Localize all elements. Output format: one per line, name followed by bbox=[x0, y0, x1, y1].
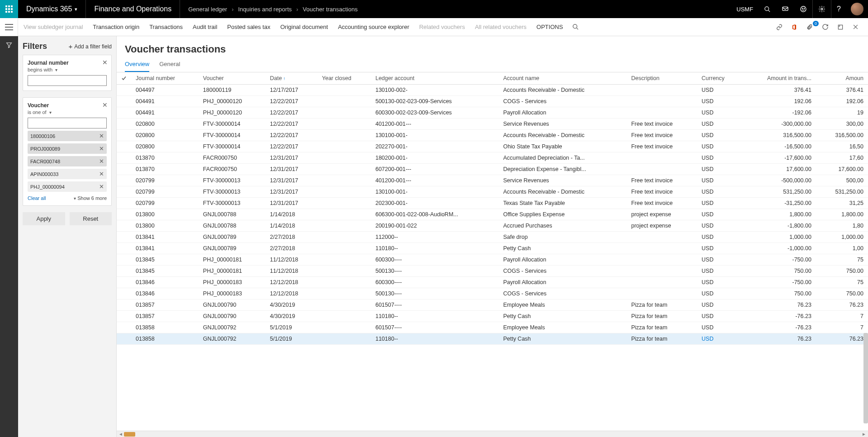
action-audit-trail[interactable]: Audit trail bbox=[193, 24, 217, 30]
apply-button[interactable]: Apply bbox=[23, 212, 65, 225]
filter-journal-input[interactable] bbox=[28, 75, 107, 86]
badge: 0 bbox=[813, 21, 819, 26]
column-header[interactable]: Amount in trans... bbox=[742, 72, 816, 85]
add-filter-button[interactable]: +Add a filter field bbox=[69, 43, 112, 50]
refresh-icon[interactable] bbox=[822, 24, 831, 30]
column-header[interactable]: Date↑ bbox=[266, 72, 318, 85]
breadcrumb-item[interactable]: General ledger bbox=[188, 6, 227, 13]
cell: USD bbox=[697, 277, 742, 288]
action-transactions[interactable]: Transactions bbox=[149, 24, 183, 30]
cell bbox=[626, 232, 697, 243]
table-row[interactable]: 020800FTV-3000001412/22/2017130100-001-A… bbox=[117, 130, 868, 141]
horizontal-scrollbar[interactable]: ◄ ► bbox=[117, 431, 868, 437]
cell: 750.00 bbox=[742, 288, 816, 299]
smiley-icon[interactable] bbox=[794, 0, 812, 18]
table-row[interactable]: 013870FACR00075012/31/2017180200-001-Acc… bbox=[117, 152, 868, 164]
table-row[interactable]: 004491PHJ_0000012012/22/2017500130-002-0… bbox=[117, 96, 868, 107]
table-row[interactable]: 013845PHJ_0000018111/12/2018500130----CO… bbox=[117, 266, 868, 277]
cell bbox=[318, 209, 371, 220]
company-picker[interactable]: USMF bbox=[731, 0, 759, 18]
action-original-document[interactable]: Original document bbox=[280, 24, 328, 30]
remove-pill-icon[interactable]: ✕ bbox=[99, 183, 104, 190]
table-row[interactable]: 013841GNJL0007892/27/2018110180--Petty C… bbox=[117, 243, 868, 254]
column-header[interactable]: Ledger account bbox=[371, 72, 498, 85]
app-launcher-icon[interactable] bbox=[0, 0, 18, 18]
table-row[interactable]: 013845PHJ_0000018111/12/2018600300----Pa… bbox=[117, 254, 868, 266]
column-header[interactable]: Year closed bbox=[318, 72, 371, 85]
scrollbar-thumb[interactable] bbox=[124, 432, 135, 437]
help-icon[interactable]: ? bbox=[831, 0, 846, 18]
breadcrumb: General ledger › Inquiries and reports ›… bbox=[180, 6, 366, 13]
table-row[interactable]: 013846PHJ_0000018312/12/2018500130----CO… bbox=[117, 288, 868, 299]
column-header[interactable]: Description bbox=[626, 72, 697, 85]
action-posted-sales-tax[interactable]: Posted sales tax bbox=[227, 24, 270, 30]
breadcrumb-item[interactable]: Inquiries and reports bbox=[238, 6, 292, 13]
table-row[interactable]: 013800GNJL0007881/14/2018200190-001-022A… bbox=[117, 220, 868, 232]
table-row[interactable]: 013846PHJ_0000018312/12/2018600300----Pa… bbox=[117, 277, 868, 288]
select-all-checkbox[interactable] bbox=[117, 72, 131, 85]
table-row[interactable]: 020799FTV-3000001312/31/2017401200-001--… bbox=[117, 175, 868, 186]
column-header[interactable]: Currency bbox=[697, 72, 742, 85]
popout-icon[interactable] bbox=[837, 24, 846, 30]
filter-operator[interactable]: is one of bbox=[28, 109, 107, 115]
column-header[interactable]: Account name bbox=[498, 72, 626, 85]
cell: 17,60 bbox=[816, 152, 868, 164]
reset-button[interactable]: Reset bbox=[70, 212, 112, 225]
cell bbox=[117, 175, 131, 186]
close-icon[interactable] bbox=[853, 24, 862, 30]
messages-icon[interactable] bbox=[776, 0, 794, 18]
hamburger-button[interactable] bbox=[0, 18, 18, 36]
svg-rect-1 bbox=[8, 5, 10, 7]
table-row[interactable]: 013857GNJL0007904/30/2019601507----Emplo… bbox=[117, 299, 868, 311]
breadcrumb-item[interactable]: Voucher transactions bbox=[303, 6, 357, 13]
filter-operator[interactable]: begins with bbox=[28, 67, 107, 72]
attachments-icon[interactable]: 0 bbox=[806, 24, 816, 31]
gear-icon[interactable] bbox=[812, 0, 831, 18]
close-icon[interactable]: ✕ bbox=[102, 101, 108, 109]
table-row[interactable]: 013800GNJL0007881/14/2018606300-001-022-… bbox=[117, 209, 868, 220]
cell bbox=[117, 254, 131, 266]
remove-pill-icon[interactable]: ✕ bbox=[99, 158, 104, 165]
column-header[interactable]: Journal number bbox=[131, 72, 199, 85]
office-icon[interactable] bbox=[791, 24, 800, 31]
show-more-link[interactable]: ▾Show 6 more bbox=[74, 195, 107, 201]
column-header[interactable]: Amoun bbox=[816, 72, 868, 85]
cell bbox=[626, 164, 697, 175]
close-icon[interactable]: ✕ bbox=[102, 59, 108, 66]
table-row[interactable]: 020800FTV-3000001412/22/2017401200-001--… bbox=[117, 119, 868, 130]
table-row[interactable]: 013857GNJL0007904/30/2019110180--Petty C… bbox=[117, 311, 868, 322]
table-row[interactable]: 020799FTV-3000001312/31/2017130100-001-A… bbox=[117, 186, 868, 198]
search-icon[interactable] bbox=[572, 24, 579, 30]
table-row[interactable]: 020799FTV-3000001312/31/2017202300-001-T… bbox=[117, 198, 868, 209]
remove-pill-icon[interactable]: ✕ bbox=[99, 171, 104, 177]
cell: 130100-002- bbox=[371, 85, 498, 96]
user-avatar[interactable] bbox=[851, 3, 863, 15]
table-row[interactable]: 004491PHJ_0000012012/22/2017600300-002-0… bbox=[117, 107, 868, 119]
cell: Office Supplies Expense bbox=[498, 209, 626, 220]
vertical-scrollbar-thumb[interactable] bbox=[863, 333, 868, 423]
clear-all-link[interactable]: Clear all bbox=[28, 195, 46, 201]
table-row[interactable]: 013858GNJL0007925/1/2019601507----Employ… bbox=[117, 322, 868, 333]
table-row[interactable]: 013858GNJL0007925/1/2019110180--Petty Ca… bbox=[117, 333, 868, 345]
search-icon[interactable] bbox=[759, 0, 776, 18]
action-options[interactable]: OPTIONS bbox=[536, 24, 563, 30]
table-row[interactable]: 020800FTV-3000001412/22/2017202270-001-O… bbox=[117, 141, 868, 152]
link-icon[interactable] bbox=[776, 24, 785, 30]
table-row[interactable]: 013841GNJL0007892/27/2018112000--Safe dr… bbox=[117, 232, 868, 243]
action-accounting-source-explorer[interactable]: Accounting source explorer bbox=[338, 24, 409, 30]
action-transaction-origin[interactable]: Transaction origin bbox=[93, 24, 139, 30]
table-row[interactable]: 013870FACR00075012/31/2017607200-001---D… bbox=[117, 164, 868, 175]
brand-label[interactable]: Dynamics 365▾ bbox=[18, 0, 86, 18]
cell: FACR000750 bbox=[199, 164, 266, 175]
cell bbox=[626, 254, 697, 266]
tab-overview[interactable]: Overview bbox=[125, 58, 149, 72]
tab-general[interactable]: General bbox=[159, 58, 180, 72]
cell: USD bbox=[697, 119, 742, 130]
table-row[interactable]: 00449718000011912/17/2017130100-002-Acco… bbox=[117, 85, 868, 96]
column-header[interactable]: Voucher bbox=[199, 72, 266, 85]
remove-pill-icon[interactable]: ✕ bbox=[99, 145, 104, 152]
cell: USD bbox=[697, 322, 742, 333]
funnel-icon[interactable] bbox=[5, 42, 13, 49]
filter-voucher-input[interactable] bbox=[28, 118, 107, 128]
remove-pill-icon[interactable]: ✕ bbox=[99, 133, 104, 139]
